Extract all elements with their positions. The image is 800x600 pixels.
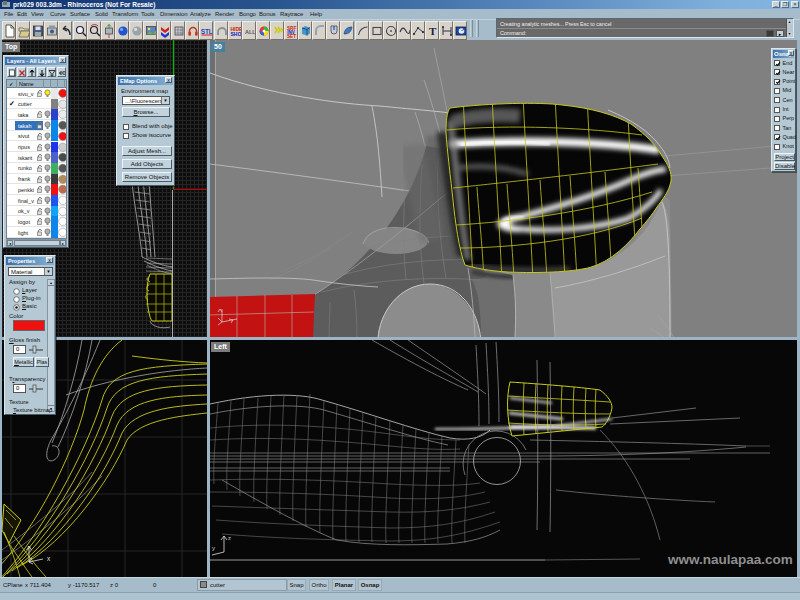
svg-text:STL: STL [201,28,213,35]
svg-text:y: y [212,545,215,551]
svg-text:T: T [429,25,437,37]
svg-text:z: z [228,535,231,541]
svg-text:SET: SET [287,34,296,39]
svg-text:x: x [47,555,51,562]
svg-text:SHOW: SHOW [230,31,242,37]
svg-text:ALL: ALL [245,29,256,35]
svg-text:www.naulapaa.com: www.naulapaa.com [667,552,793,567]
